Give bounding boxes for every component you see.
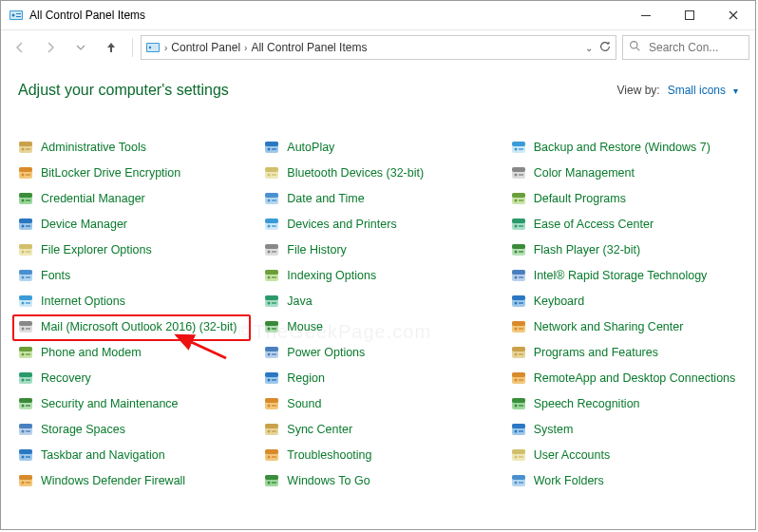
cpl-item-icon [18,165,33,180]
svg-rect-75 [272,174,276,176]
cpl-item-taskbar-and-navigation[interactable]: Taskbar and Navigation [18,446,245,464]
history-dropdown-icon[interactable]: ⌄ [585,43,593,53]
cpl-item-label: RemoteApp and Desktop Connections [534,371,736,385]
svg-point-106 [268,379,271,382]
cpl-item-label: Internet Options [41,294,125,308]
cpl-item-file-history[interactable]: File History [264,241,491,258]
cpl-item-backup-and-restore-windows-7[interactable]: Backup and Restore (Windows 7) [511,139,738,156]
cpl-item-internet-options[interactable]: Internet Options [18,293,245,310]
recent-dropdown[interactable] [67,34,94,61]
cpl-item-autoplay[interactable]: AutoPlay [264,139,491,156]
cpl-item-flash-player-32-bit[interactable]: Flash Player (32-bit) [511,241,738,258]
cpl-item-windows-defender-firewall[interactable]: Windows Defender Firewall [18,472,245,489]
items-grid: Administrative Tools BitLocker Drive Enc… [18,139,738,489]
cpl-item-fonts[interactable]: Fonts [18,267,245,284]
cpl-item-indexing-options[interactable]: Indexing Options [264,267,491,284]
svg-point-138 [514,225,517,228]
svg-rect-59 [26,430,30,432]
cpl-item-system[interactable]: System [511,421,738,438]
cpl-item-icon [18,191,33,206]
cpl-item-user-accounts[interactable]: User Accounts [511,446,738,464]
cpl-item-recovery[interactable]: Recovery [18,370,245,387]
cpl-item-devices-and-printers[interactable]: Devices and Printers [264,216,491,233]
svg-rect-49 [19,372,32,377]
titlebar: All Control Panel Items [1,1,755,30]
svg-point-50 [22,379,25,382]
svg-rect-163 [519,379,523,381]
cpl-item-security-and-maintenance[interactable]: Security and Maintenance [18,395,245,412]
cpl-item-remoteapp-and-desktop-connections[interactable]: RemoteApp and Desktop Connections [511,370,738,387]
breadcrumb-segment[interactable]: Control Panel [171,41,240,54]
cpl-item-storage-spaces[interactable]: Storage Spaces [18,421,245,438]
cpl-item-icon [511,422,526,437]
cpl-item-administrative-tools[interactable]: Administrative Tools [18,139,245,156]
svg-rect-73 [265,167,278,172]
cpl-item-power-options[interactable]: Power Options [264,344,491,361]
cpl-item-file-explorer-options[interactable]: File Explorer Options [18,241,245,258]
cpl-item-ease-of-access-center[interactable]: Ease of Access Center [511,216,738,233]
cpl-item-label: Default Programs [534,192,626,205]
svg-rect-39 [26,302,30,304]
svg-rect-97 [265,321,278,326]
search-input[interactable] [647,40,727,55]
cpl-item-keyboard[interactable]: Keyboard [511,293,738,310]
cpl-item-date-and-time[interactable]: Date and Time [264,190,491,207]
search-box[interactable] [622,35,749,60]
view-by-control[interactable]: View by: Small icons ▾ [617,84,739,97]
cpl-item-color-management[interactable]: Color Management [511,164,738,181]
svg-point-154 [514,328,517,331]
svg-point-98 [268,328,271,331]
back-button[interactable] [7,34,33,61]
svg-rect-143 [519,251,523,253]
svg-point-58 [22,430,25,433]
svg-rect-69 [265,142,278,146]
cpl-item-phone-and-modem[interactable]: Phone and Modem [18,344,245,361]
cpl-item-sound[interactable]: Sound [264,395,491,412]
cpl-item-icon [264,191,279,206]
view-by-value[interactable]: Small icons [668,84,726,97]
svg-rect-135 [519,200,523,201]
cpl-item-icon [511,447,526,463]
up-button[interactable] [98,34,124,61]
svg-rect-139 [519,225,523,227]
svg-rect-153 [512,321,525,326]
cpl-item-icon [264,370,279,386]
svg-point-126 [514,148,517,151]
cpl-item-region[interactable]: Region [264,370,491,387]
refresh-button[interactable] [598,40,612,56]
svg-rect-29 [19,244,32,249]
cpl-item-programs-and-features[interactable]: Programs and Features [511,344,738,361]
svg-rect-91 [272,276,276,278]
maximize-button[interactable] [668,1,711,29]
cpl-item-java[interactable]: Java [264,293,491,310]
breadcrumb-segment[interactable]: All Control Panel Items [251,41,367,54]
cpl-item-credential-manager[interactable]: Credential Manager [18,190,245,207]
cpl-item-icon [264,242,279,257]
address-bar[interactable]: › Control Panel › All Control Panel Item… [141,35,616,60]
cpl-item-windows-to-go[interactable]: Windows To Go [264,472,491,489]
cpl-item-bluetooth-devices-32-bit[interactable]: Bluetooth Devices (32-bit) [264,164,491,181]
cpl-item-device-manager[interactable]: Device Manager [18,216,245,233]
cpl-item-speech-recognition[interactable]: Speech Recognition [511,395,738,412]
cpl-item-work-folders[interactable]: Work Folders [511,472,738,489]
svg-rect-71 [272,148,276,150]
svg-point-26 [22,225,25,228]
cpl-item-label: Intel® Rapid Storage Technology [534,269,708,282]
svg-point-14 [22,148,25,151]
chevron-right-icon: › [244,43,247,53]
chevron-right-icon: › [164,43,167,53]
cpl-item-network-and-sharing-center[interactable]: Network and Sharing Center [511,318,738,335]
cpl-item-intel-rapid-storage-technology[interactable]: Intel® Rapid Storage Technology [511,267,738,284]
forward-button[interactable] [37,34,64,61]
cpl-item-sync-center[interactable]: Sync Center [264,421,491,438]
minimize-button[interactable] [624,1,668,29]
cpl-item-troubleshooting[interactable]: Troubleshooting [264,446,491,464]
svg-rect-111 [272,405,276,407]
cpl-item-mail-microsoft-outlook-2016-32-bit[interactable]: Mail (Microsoft Outlook 2016) (32-bit) [18,318,245,335]
cpl-item-bitlocker-drive-encryption[interactable]: BitLocker Drive Encryption [18,164,245,181]
cpl-item-default-programs[interactable]: Default Programs [511,190,738,207]
cpl-item-mouse[interactable]: Mouse [264,318,491,335]
svg-rect-99 [272,328,276,330]
close-button[interactable] [711,1,755,29]
cpl-item-label: Sync Center [287,423,352,436]
